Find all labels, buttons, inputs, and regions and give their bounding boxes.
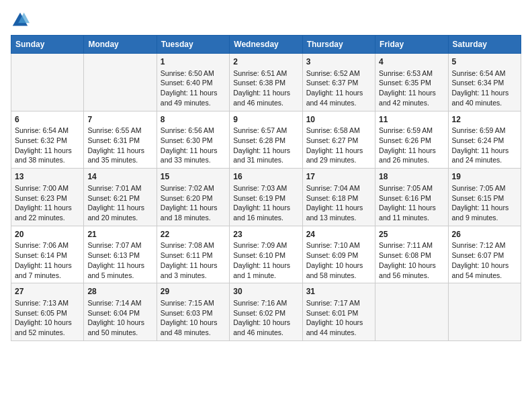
day-number: 18: [379, 171, 444, 183]
day-info: Daylight: 10 hours and 50 minutes.: [87, 318, 152, 337]
day-number: 23: [233, 229, 298, 240]
calendar-cell: 20Sunrise: 7:06 AMSunset: 6:14 PMDayligh…: [11, 226, 84, 283]
calendar-cell: 9Sunrise: 6:57 AMSunset: 6:28 PMDaylight…: [230, 111, 302, 169]
day-info: Daylight: 11 hours and 49 minutes.: [161, 88, 226, 107]
calendar-cell: 1Sunrise: 6:50 AMSunset: 6:40 PMDaylight…: [157, 54, 229, 111]
day-info: Daylight: 11 hours and 7 minutes.: [15, 261, 80, 280]
calendar-cell: 28Sunrise: 7:14 AMSunset: 6:04 PMDayligh…: [84, 283, 157, 341]
calendar-cell: [448, 283, 521, 341]
day-info: Sunset: 6:05 PM: [15, 308, 80, 318]
calendar-week-1: 1Sunrise: 6:50 AMSunset: 6:40 PMDaylight…: [11, 54, 521, 111]
day-info: Sunrise: 6:58 AM: [306, 126, 371, 136]
day-info: Daylight: 10 hours and 44 minutes.: [306, 318, 371, 337]
logo: [11, 11, 32, 30]
calendar-cell: 21Sunrise: 7:07 AMSunset: 6:13 PMDayligh…: [84, 226, 157, 283]
day-info: Daylight: 11 hours and 33 minutes.: [161, 146, 226, 165]
calendar-table: SundayMondayTuesdayWednesdayThursdayFrid…: [11, 35, 521, 341]
day-info: Daylight: 11 hours and 40 minutes.: [452, 88, 517, 107]
day-info: Daylight: 10 hours and 54 minutes.: [452, 261, 517, 280]
calendar-cell: 5Sunrise: 6:54 AMSunset: 6:34 PMDaylight…: [448, 54, 521, 111]
calendar-week-3: 13Sunrise: 7:00 AMSunset: 6:23 PMDayligh…: [11, 169, 521, 226]
day-number: 24: [306, 229, 371, 240]
day-info: Sunset: 6:21 PM: [87, 193, 152, 203]
day-info: Sunset: 6:14 PM: [15, 250, 80, 261]
calendar-week-4: 20Sunrise: 7:06 AMSunset: 6:14 PMDayligh…: [11, 226, 521, 283]
day-info: Sunset: 6:02 PM: [233, 308, 298, 318]
day-info: Sunrise: 7:13 AM: [15, 298, 80, 308]
day-info: Sunset: 6:16 PM: [379, 193, 444, 203]
day-info: Sunrise: 6:54 AM: [15, 126, 80, 136]
day-info: Sunset: 6:11 PM: [161, 250, 226, 261]
day-number: 10: [306, 114, 371, 126]
day-info: Sunrise: 7:04 AM: [306, 183, 371, 193]
day-info: Sunset: 6:04 PM: [87, 308, 152, 318]
day-info: Sunset: 6:18 PM: [306, 193, 371, 203]
day-info: Sunrise: 6:52 AM: [306, 68, 371, 79]
day-info: Sunset: 6:38 PM: [233, 78, 298, 88]
calendar-cell: [11, 54, 84, 111]
day-info: Sunrise: 6:57 AM: [233, 126, 298, 136]
calendar-cell: 24Sunrise: 7:10 AMSunset: 6:09 PMDayligh…: [302, 226, 375, 283]
day-number: 12: [452, 114, 517, 126]
day-info: Daylight: 10 hours and 48 minutes.: [161, 318, 226, 337]
day-info: Sunrise: 6:53 AM: [379, 68, 444, 79]
calendar-cell: 18Sunrise: 7:05 AMSunset: 6:16 PMDayligh…: [375, 169, 448, 226]
day-info: Sunrise: 7:07 AM: [87, 240, 152, 250]
day-info: Sunrise: 6:59 AM: [452, 126, 517, 136]
day-info: Sunrise: 6:50 AM: [161, 68, 226, 79]
header-saturday: Saturday: [448, 36, 521, 54]
calendar-cell: 26Sunrise: 7:12 AMSunset: 6:07 PMDayligh…: [448, 226, 521, 283]
day-info: Sunset: 6:09 PM: [306, 250, 371, 261]
day-number: 17: [306, 171, 371, 183]
calendar-cell: 12Sunrise: 6:59 AMSunset: 6:24 PMDayligh…: [448, 111, 521, 169]
day-info: Sunset: 6:26 PM: [379, 136, 444, 146]
calendar-cell: 27Sunrise: 7:13 AMSunset: 6:05 PMDayligh…: [11, 283, 84, 341]
day-info: Sunset: 6:40 PM: [161, 78, 226, 88]
calendar-cell: 4Sunrise: 6:53 AMSunset: 6:35 PMDaylight…: [375, 54, 448, 111]
day-info: Sunrise: 7:16 AM: [233, 298, 298, 308]
day-info: Sunset: 6:27 PM: [306, 136, 371, 146]
header-thursday: Thursday: [302, 36, 375, 54]
day-info: Sunset: 6:24 PM: [452, 136, 517, 146]
day-number: 1: [161, 56, 226, 68]
header-tuesday: Tuesday: [157, 36, 229, 54]
calendar-cell: 13Sunrise: 7:00 AMSunset: 6:23 PMDayligh…: [11, 169, 84, 226]
day-info: Daylight: 11 hours and 16 minutes.: [233, 203, 298, 222]
day-info: Sunset: 6:35 PM: [379, 78, 444, 88]
day-info: Daylight: 11 hours and 22 minutes.: [15, 203, 80, 222]
calendar-cell: 29Sunrise: 7:15 AMSunset: 6:03 PMDayligh…: [157, 283, 229, 341]
day-info: Daylight: 11 hours and 20 minutes.: [87, 203, 152, 222]
day-info: Sunrise: 7:02 AM: [161, 183, 226, 193]
day-info: Sunrise: 7:05 AM: [452, 183, 517, 193]
calendar-cell: 30Sunrise: 7:16 AMSunset: 6:02 PMDayligh…: [230, 283, 302, 341]
calendar-cell: 3Sunrise: 6:52 AMSunset: 6:37 PMDaylight…: [302, 54, 375, 111]
day-info: Daylight: 11 hours and 29 minutes.: [306, 146, 371, 165]
day-info: Daylight: 11 hours and 31 minutes.: [233, 146, 298, 165]
calendar-cell: 6Sunrise: 6:54 AMSunset: 6:32 PMDaylight…: [11, 111, 84, 169]
calendar-cell: 7Sunrise: 6:55 AMSunset: 6:31 PMDaylight…: [84, 111, 157, 169]
day-info: Sunrise: 7:08 AM: [161, 240, 226, 250]
day-number: 13: [15, 171, 80, 183]
day-info: Sunrise: 6:59 AM: [379, 126, 444, 136]
day-info: Sunrise: 7:14 AM: [87, 298, 152, 308]
day-info: Sunset: 6:19 PM: [233, 193, 298, 203]
day-info: Sunset: 6:13 PM: [87, 250, 152, 261]
calendar-cell: 23Sunrise: 7:09 AMSunset: 6:10 PMDayligh…: [230, 226, 302, 283]
day-number: 2: [233, 56, 298, 68]
day-number: 20: [15, 229, 80, 240]
day-number: 15: [161, 171, 226, 183]
day-info: Daylight: 11 hours and 44 minutes.: [306, 88, 371, 107]
day-info: Sunrise: 7:00 AM: [15, 183, 80, 193]
day-info: Sunset: 6:01 PM: [306, 308, 371, 318]
day-info: Daylight: 10 hours and 58 minutes.: [306, 261, 371, 280]
day-info: Daylight: 10 hours and 46 minutes.: [233, 318, 298, 337]
day-info: Daylight: 11 hours and 38 minutes.: [15, 146, 80, 165]
day-info: Sunset: 6:34 PM: [452, 78, 517, 88]
day-info: Daylight: 10 hours and 52 minutes.: [15, 318, 80, 337]
calendar-header-row: SundayMondayTuesdayWednesdayThursdayFrid…: [11, 36, 521, 54]
calendar-cell: 17Sunrise: 7:04 AMSunset: 6:18 PMDayligh…: [302, 169, 375, 226]
day-info: Sunrise: 7:17 AM: [306, 298, 371, 308]
day-info: Daylight: 11 hours and 24 minutes.: [452, 146, 517, 165]
calendar-cell: 16Sunrise: 7:03 AMSunset: 6:19 PMDayligh…: [230, 169, 302, 226]
day-info: Sunrise: 7:06 AM: [15, 240, 80, 250]
